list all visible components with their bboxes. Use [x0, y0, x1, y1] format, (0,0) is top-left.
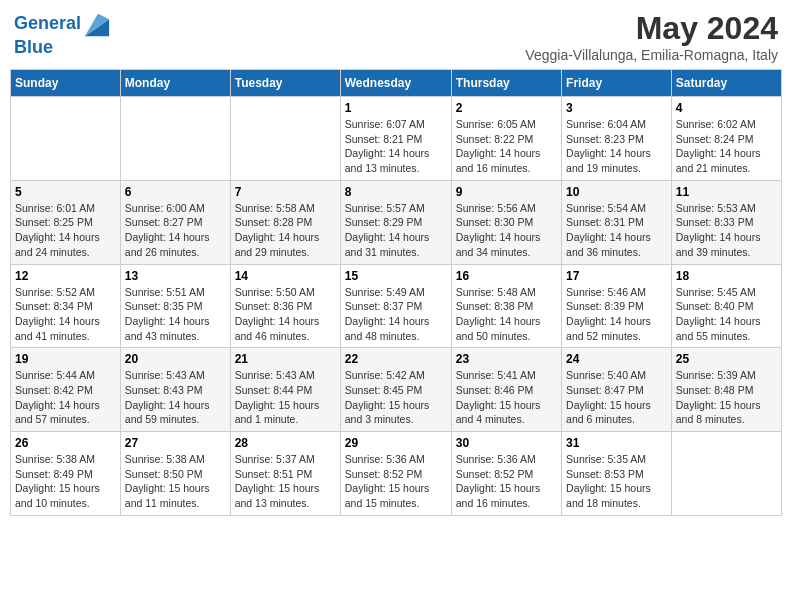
weekday-header-sunday: Sunday: [11, 70, 121, 97]
calendar-cell: 14Sunrise: 5:50 AMSunset: 8:36 PMDayligh…: [230, 264, 340, 348]
day-number: 27: [125, 436, 226, 450]
day-info: Sunrise: 5:42 AMSunset: 8:45 PMDaylight:…: [345, 368, 447, 427]
day-info: Sunrise: 5:46 AMSunset: 8:39 PMDaylight:…: [566, 285, 667, 344]
day-number: 13: [125, 269, 226, 283]
calendar-cell: 4Sunrise: 6:02 AMSunset: 8:24 PMDaylight…: [671, 97, 781, 181]
calendar-cell: 11Sunrise: 5:53 AMSunset: 8:33 PMDayligh…: [671, 180, 781, 264]
calendar-cell: [230, 97, 340, 181]
calendar-cell: 23Sunrise: 5:41 AMSunset: 8:46 PMDayligh…: [451, 348, 561, 432]
calendar-week-4: 19Sunrise: 5:44 AMSunset: 8:42 PMDayligh…: [11, 348, 782, 432]
calendar-cell: 3Sunrise: 6:04 AMSunset: 8:23 PMDaylight…: [562, 97, 672, 181]
day-info: Sunrise: 5:44 AMSunset: 8:42 PMDaylight:…: [15, 368, 116, 427]
calendar-cell: [11, 97, 121, 181]
calendar-cell: 12Sunrise: 5:52 AMSunset: 8:34 PMDayligh…: [11, 264, 121, 348]
day-info: Sunrise: 6:05 AMSunset: 8:22 PMDaylight:…: [456, 117, 557, 176]
calendar-cell: 31Sunrise: 5:35 AMSunset: 8:53 PMDayligh…: [562, 432, 672, 516]
day-number: 20: [125, 352, 226, 366]
day-info: Sunrise: 5:35 AMSunset: 8:53 PMDaylight:…: [566, 452, 667, 511]
location-subtitle: Veggia-Villalunga, Emilia-Romagna, Italy: [525, 47, 778, 63]
day-number: 8: [345, 185, 447, 199]
calendar-cell: 26Sunrise: 5:38 AMSunset: 8:49 PMDayligh…: [11, 432, 121, 516]
day-info: Sunrise: 5:53 AMSunset: 8:33 PMDaylight:…: [676, 201, 777, 260]
calendar-cell: 9Sunrise: 5:56 AMSunset: 8:30 PMDaylight…: [451, 180, 561, 264]
day-number: 12: [15, 269, 116, 283]
calendar-cell: 24Sunrise: 5:40 AMSunset: 8:47 PMDayligh…: [562, 348, 672, 432]
calendar-cell: 10Sunrise: 5:54 AMSunset: 8:31 PMDayligh…: [562, 180, 672, 264]
day-info: Sunrise: 5:51 AMSunset: 8:35 PMDaylight:…: [125, 285, 226, 344]
calendar-table: SundayMondayTuesdayWednesdayThursdayFrid…: [10, 69, 782, 516]
day-number: 21: [235, 352, 336, 366]
day-info: Sunrise: 5:43 AMSunset: 8:43 PMDaylight:…: [125, 368, 226, 427]
day-number: 28: [235, 436, 336, 450]
day-number: 15: [345, 269, 447, 283]
day-info: Sunrise: 6:02 AMSunset: 8:24 PMDaylight:…: [676, 117, 777, 176]
calendar-cell: 21Sunrise: 5:43 AMSunset: 8:44 PMDayligh…: [230, 348, 340, 432]
calendar-cell: 17Sunrise: 5:46 AMSunset: 8:39 PMDayligh…: [562, 264, 672, 348]
calendar-cell: 2Sunrise: 6:05 AMSunset: 8:22 PMDaylight…: [451, 97, 561, 181]
day-number: 22: [345, 352, 447, 366]
calendar-week-2: 5Sunrise: 6:01 AMSunset: 8:25 PMDaylight…: [11, 180, 782, 264]
day-info: Sunrise: 5:36 AMSunset: 8:52 PMDaylight:…: [345, 452, 447, 511]
calendar-cell: 8Sunrise: 5:57 AMSunset: 8:29 PMDaylight…: [340, 180, 451, 264]
weekday-header-tuesday: Tuesday: [230, 70, 340, 97]
day-info: Sunrise: 6:01 AMSunset: 8:25 PMDaylight:…: [15, 201, 116, 260]
day-info: Sunrise: 5:36 AMSunset: 8:52 PMDaylight:…: [456, 452, 557, 511]
calendar-cell: 29Sunrise: 5:36 AMSunset: 8:52 PMDayligh…: [340, 432, 451, 516]
weekday-header-friday: Friday: [562, 70, 672, 97]
calendar-week-1: 1Sunrise: 6:07 AMSunset: 8:21 PMDaylight…: [11, 97, 782, 181]
calendar-cell: [120, 97, 230, 181]
day-info: Sunrise: 5:56 AMSunset: 8:30 PMDaylight:…: [456, 201, 557, 260]
day-number: 5: [15, 185, 116, 199]
day-info: Sunrise: 5:45 AMSunset: 8:40 PMDaylight:…: [676, 285, 777, 344]
day-info: Sunrise: 5:58 AMSunset: 8:28 PMDaylight:…: [235, 201, 336, 260]
logo: General Blue: [14, 10, 111, 58]
day-number: 31: [566, 436, 667, 450]
calendar-week-3: 12Sunrise: 5:52 AMSunset: 8:34 PMDayligh…: [11, 264, 782, 348]
day-info: Sunrise: 6:04 AMSunset: 8:23 PMDaylight:…: [566, 117, 667, 176]
calendar-cell: 7Sunrise: 5:58 AMSunset: 8:28 PMDaylight…: [230, 180, 340, 264]
day-info: Sunrise: 5:38 AMSunset: 8:50 PMDaylight:…: [125, 452, 226, 511]
calendar-cell: 19Sunrise: 5:44 AMSunset: 8:42 PMDayligh…: [11, 348, 121, 432]
calendar-cell: 16Sunrise: 5:48 AMSunset: 8:38 PMDayligh…: [451, 264, 561, 348]
calendar-cell: 13Sunrise: 5:51 AMSunset: 8:35 PMDayligh…: [120, 264, 230, 348]
day-info: Sunrise: 5:57 AMSunset: 8:29 PMDaylight:…: [345, 201, 447, 260]
calendar-cell: 18Sunrise: 5:45 AMSunset: 8:40 PMDayligh…: [671, 264, 781, 348]
title-block: May 2024 Veggia-Villalunga, Emilia-Romag…: [525, 10, 778, 63]
calendar-cell: 20Sunrise: 5:43 AMSunset: 8:43 PMDayligh…: [120, 348, 230, 432]
calendar-cell: 30Sunrise: 5:36 AMSunset: 8:52 PMDayligh…: [451, 432, 561, 516]
day-info: Sunrise: 6:07 AMSunset: 8:21 PMDaylight:…: [345, 117, 447, 176]
day-number: 18: [676, 269, 777, 283]
calendar-cell: [671, 432, 781, 516]
weekday-header-row: SundayMondayTuesdayWednesdayThursdayFrid…: [11, 70, 782, 97]
day-info: Sunrise: 5:41 AMSunset: 8:46 PMDaylight:…: [456, 368, 557, 427]
day-info: Sunrise: 5:39 AMSunset: 8:48 PMDaylight:…: [676, 368, 777, 427]
day-number: 25: [676, 352, 777, 366]
day-info: Sunrise: 5:48 AMSunset: 8:38 PMDaylight:…: [456, 285, 557, 344]
day-number: 16: [456, 269, 557, 283]
day-number: 23: [456, 352, 557, 366]
calendar-cell: 15Sunrise: 5:49 AMSunset: 8:37 PMDayligh…: [340, 264, 451, 348]
day-number: 9: [456, 185, 557, 199]
day-number: 7: [235, 185, 336, 199]
day-info: Sunrise: 5:54 AMSunset: 8:31 PMDaylight:…: [566, 201, 667, 260]
logo-general: General: [14, 13, 81, 33]
day-info: Sunrise: 5:49 AMSunset: 8:37 PMDaylight:…: [345, 285, 447, 344]
calendar-cell: 1Sunrise: 6:07 AMSunset: 8:21 PMDaylight…: [340, 97, 451, 181]
calendar-cell: 5Sunrise: 6:01 AMSunset: 8:25 PMDaylight…: [11, 180, 121, 264]
day-info: Sunrise: 6:00 AMSunset: 8:27 PMDaylight:…: [125, 201, 226, 260]
day-number: 17: [566, 269, 667, 283]
day-number: 6: [125, 185, 226, 199]
day-info: Sunrise: 5:37 AMSunset: 8:51 PMDaylight:…: [235, 452, 336, 511]
day-number: 30: [456, 436, 557, 450]
page-header: General Blue May 2024 Veggia-Villalunga,…: [10, 10, 782, 63]
day-info: Sunrise: 5:38 AMSunset: 8:49 PMDaylight:…: [15, 452, 116, 511]
logo-blue: Blue: [14, 38, 111, 58]
day-number: 10: [566, 185, 667, 199]
day-info: Sunrise: 5:40 AMSunset: 8:47 PMDaylight:…: [566, 368, 667, 427]
day-number: 26: [15, 436, 116, 450]
weekday-header-monday: Monday: [120, 70, 230, 97]
calendar-cell: 25Sunrise: 5:39 AMSunset: 8:48 PMDayligh…: [671, 348, 781, 432]
day-info: Sunrise: 5:52 AMSunset: 8:34 PMDaylight:…: [15, 285, 116, 344]
calendar-week-5: 26Sunrise: 5:38 AMSunset: 8:49 PMDayligh…: [11, 432, 782, 516]
day-number: 1: [345, 101, 447, 115]
